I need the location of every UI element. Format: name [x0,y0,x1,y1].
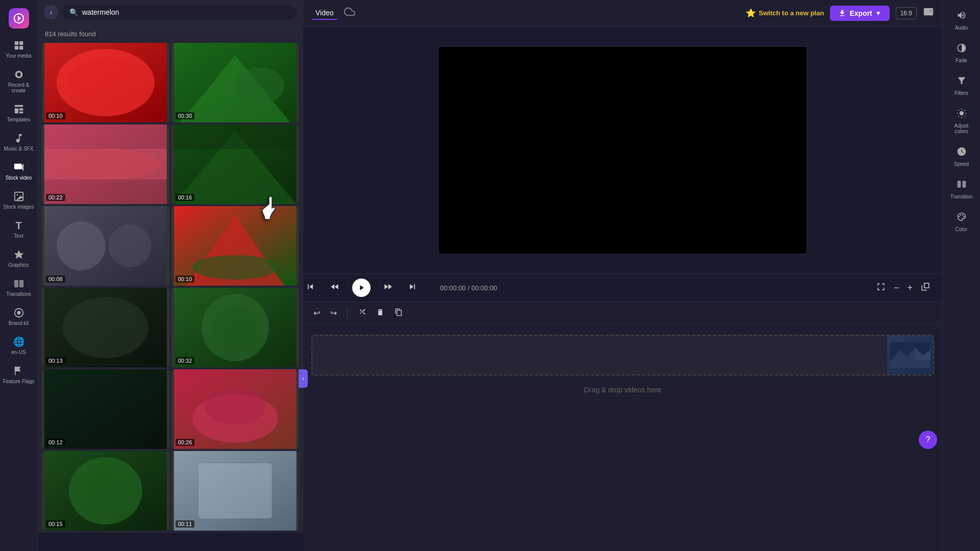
sidebar-item-feature-flags[interactable]: Feature Flags [0,360,38,389]
sidebar-item-templates[interactable]: Templates [0,98,38,128]
sidebar-item-brand-kit[interactable]: Brand kit [0,302,38,331]
right-sidebar-transition[interactable]: Transition [944,174,979,205]
video-preview [439,47,806,254]
aspect-ratio-badge[interactable]: 16:9 [896,7,917,19]
right-sidebar-adjust-colors[interactable]: Adjustcolors [944,103,979,139]
redo-button[interactable]: ↪ [328,306,339,320]
right-sidebar-audio[interactable]: Audio [944,5,979,36]
delete-button[interactable] [374,306,386,320]
export-icon [838,9,846,17]
speed-icon [957,146,967,159]
timeline-track [311,335,934,375]
svg-marker-14 [14,250,23,259]
collapse-button[interactable]: ‹ [299,369,308,388]
sidebar-item-stock-images[interactable]: Stock images [0,186,38,215]
rewind-button[interactable] [328,280,342,296]
video-duration: 00:11 [176,520,195,528]
svg-point-61 [962,214,963,216]
zoom-out-button[interactable]: − [892,281,901,295]
svg-point-18 [17,311,20,314]
video-duration: 00:32 [176,357,195,364]
export-chevron: ▼ [875,10,881,17]
svg-point-47 [204,388,265,424]
undo-button[interactable]: ↩ [311,306,322,320]
zoom-in-button[interactable]: + [905,281,915,295]
video-duration: 00:08 [46,276,65,283]
video-grid: 00:10 00:30 00:22 00:16 [38,41,303,533]
brand-kit-icon [13,307,24,318]
sidebar-item-language[interactable]: 🌐 en-US [0,331,38,360]
svg-point-56 [959,111,963,115]
play-button[interactable] [352,279,371,297]
copy-to-clipboard-button[interactable] [393,306,405,320]
video-grid-item[interactable]: 00:30 [172,43,299,122]
zoom-fit-button[interactable] [874,280,888,296]
video-grid-item[interactable]: 00:12 [42,369,169,449]
captions-button[interactable] [923,6,934,20]
right-sidebar-color[interactable]: Color [944,207,979,237]
video-grid-item[interactable]: 00:10 [172,206,299,286]
audio-icon [957,10,967,23]
graphics-icon [13,249,24,260]
svg-rect-10 [14,164,21,169]
video-grid-item[interactable]: 00:10 [42,43,169,122]
video-grid-item[interactable]: 00:32 [172,288,299,367]
svg-point-60 [960,214,961,216]
video-grid-item[interactable]: 00:08 [42,206,169,286]
search-input[interactable] [82,8,289,16]
your-media-icon [13,40,24,51]
video-grid-item[interactable]: 00:16 [172,124,299,204]
back-button[interactable]: ‹ [44,5,58,19]
top-bar: Video ⭐ Switch to a new plan Export ▼ 16… [303,0,942,27]
sidebar-item-stock-video[interactable]: Stock video [0,157,38,186]
transitions-icon [13,278,24,289]
video-grid-item[interactable]: 00:22 [42,124,169,204]
fade-icon [957,43,967,56]
top-bar-right: ⭐ Switch to a new plan Export ▼ 16:9 [746,6,934,21]
skip-forward-button[interactable] [405,280,420,296]
export-button[interactable]: Export ▼ [830,6,889,21]
sidebar-item-music-sfx[interactable]: Music & SFX [0,128,38,157]
svg-rect-6 [14,105,23,107]
flags-icon [13,365,24,377]
video-duration: 00:15 [46,520,65,528]
svg-rect-9 [19,112,22,114]
sidebar-item-graphics[interactable]: Graphics [0,244,38,273]
video-duration: 00:26 [176,439,195,446]
tab-video[interactable]: Video [311,7,338,20]
sidebar-item-your-media[interactable]: Your media [0,35,38,64]
svg-rect-31 [174,124,296,149]
svg-point-34 [109,224,152,267]
sidebar-item-record-create[interactable]: Record & create [0,64,38,98]
top-bar-left: Video [311,6,355,20]
help-button[interactable]: ? [919,431,937,449]
skip-back-button[interactable] [303,280,317,296]
adjust-colors-icon [957,108,967,121]
cut-button[interactable] [356,306,368,320]
fast-forward-button[interactable] [381,280,395,296]
results-count: 814 results found [38,25,303,41]
cloud-icon [344,6,355,20]
filters-icon [957,76,967,88]
text-icon: T [13,220,24,231]
search-bar-row: ‹ 🔍 [38,0,303,25]
video-grid-item[interactable]: 00:26 [172,369,299,449]
preview-area [303,27,942,273]
timeline-clip[interactable] [887,336,933,374]
sidebar-item-text[interactable]: T Text [0,215,38,244]
right-sidebar-fade[interactable]: Fade [944,38,979,68]
svg-point-59 [959,216,960,217]
video-grid-item[interactable]: 00:15 [42,451,169,531]
right-sidebar-speed[interactable]: Speed [944,141,979,172]
svg-point-33 [57,221,106,270]
stock-video-icon [13,162,24,173]
stock-images-icon [13,191,24,202]
video-grid-item[interactable]: 00:13 [42,288,169,367]
switch-plan-button[interactable]: ⭐ Switch to a new plan [746,8,824,18]
drag-drop-text: Drag & drop videos here [303,386,942,394]
video-grid-item[interactable]: 00:11 [172,451,299,531]
sidebar-item-transitions[interactable]: Transitions [0,273,38,302]
expand-button[interactable] [919,280,932,296]
svg-point-42 [213,306,256,349]
right-sidebar-filters[interactable]: Filters [944,70,979,101]
